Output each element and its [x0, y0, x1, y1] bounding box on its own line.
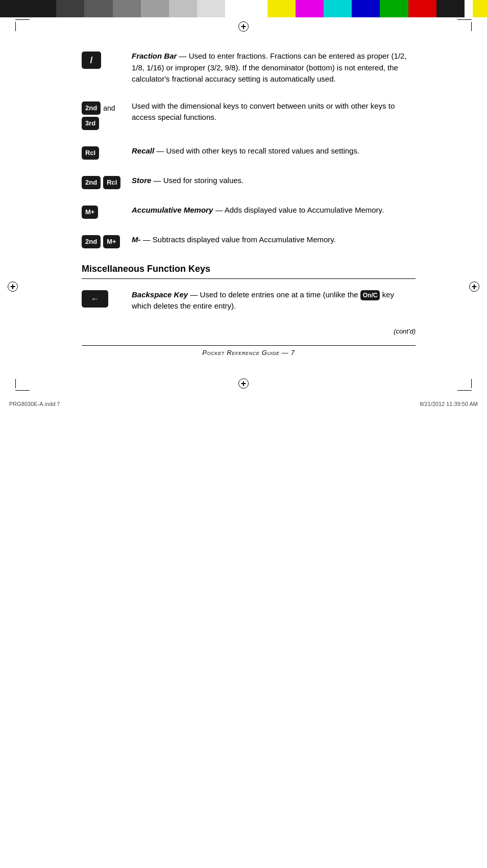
main-content: / Fraction Bar — Used to enter fractions… [26, 40, 461, 370]
desc-recall: Recall — Used with other keys to recall … [132, 145, 416, 157]
desc-accum: Accumulative Memory — Adds displayed val… [132, 205, 416, 216]
key-area-fraction: / [82, 50, 123, 69]
desc-mminus-title: M- [132, 235, 141, 244]
key-2nd[interactable]: 2nd [82, 101, 101, 115]
entry-recall: Rcl Recall — Used with other keys to rec… [82, 145, 416, 160]
color-bar [0, 0, 487, 17]
key-2nd-mminus[interactable]: 2nd [82, 235, 101, 248]
key-area-store: 2nd Rcl [82, 175, 123, 189]
key-mplus-mminus[interactable]: M+ [103, 235, 119, 248]
desc-mminus: M- — Subtracts displayed value from Accu… [132, 234, 416, 246]
crop-mark-top-right [457, 19, 472, 31]
desc-recall-title: Recall [132, 146, 154, 155]
section-divider [82, 278, 416, 279]
top-reg-mark: + [236, 19, 251, 34]
left-reg-area: + [0, 40, 26, 370]
key-area-mminus: 2nd M+ [82, 234, 123, 248]
right-reg-area: + [461, 40, 487, 370]
fraction-bar-key[interactable]: / [82, 52, 101, 69]
entry-2nd-3rd: 2nd and 3rd Used with the dimensional ke… [82, 100, 416, 130]
crop-mark-bottom-left [15, 379, 30, 391]
entry-fraction-bar: / Fraction Bar — Used to enter fractions… [82, 50, 416, 85]
desc-fraction-bar: Fraction Bar — Used to enter fractions. … [132, 50, 416, 85]
bottom-reg-mark: + [236, 376, 251, 391]
misc-section: Miscellaneous Function Keys ← Backspace … [82, 264, 416, 312]
key-rcl[interactable]: Rcl [82, 146, 99, 160]
desc-accum-title: Accumulative Memory [132, 206, 213, 214]
desc-store: Store — Used for storing values. [132, 175, 416, 187]
page-wrapper: + + / Fraction Bar — Used to enter [0, 0, 487, 410]
key-3rd[interactable]: 3rd [82, 117, 99, 130]
key-backspace[interactable]: ← [82, 290, 108, 308]
key-area-mplus: M+ [82, 205, 123, 219]
key-area-2nd-3rd: 2nd and 3rd [82, 100, 123, 130]
key-mplus[interactable]: M+ [82, 206, 98, 219]
footer: Pocket Reference Guide — 7 [82, 345, 416, 360]
misc-section-heading: Miscellaneous Function Keys [82, 264, 416, 274]
key-area-recall: Rcl [82, 145, 123, 160]
desc-fraction-bar-title: Fraction Bar [132, 52, 177, 60]
key-onc-inline[interactable]: On/C [360, 290, 380, 300]
file-timestamp: 8/21/2012 11:39:50 AM [420, 401, 478, 407]
desc-2nd-3rd: Used with the dimensional keys to conver… [132, 100, 416, 123]
file-info-bar: PRG8030E-A.indd 7 8/21/2012 11:39:50 AM [0, 398, 487, 410]
desc-store-title: Store [132, 176, 151, 185]
file-name: PRG8030E-A.indd 7 [9, 401, 60, 407]
entry-mminus: 2nd M+ M- — Subtracts displayed value fr… [82, 234, 416, 248]
entry-backspace: ← Backspace Key — Used to delete entries… [82, 289, 416, 312]
key-area-backspace: ← [82, 289, 123, 308]
cont-note: (cont'd) [82, 327, 416, 335]
crop-mark-bottom-right [457, 379, 472, 391]
and-text: and [103, 104, 115, 112]
key-2nd-store[interactable]: 2nd [82, 176, 101, 189]
key-rcl-store[interactable]: Rcl [103, 176, 120, 189]
entry-store: 2nd Rcl Store — Used for storing values. [82, 175, 416, 189]
entry-accum: M+ Accumulative Memory — Adds displayed … [82, 205, 416, 219]
desc-backspace-title: Backspace Key [132, 290, 188, 299]
desc-backspace: Backspace Key — Used to delete entries o… [132, 289, 416, 312]
crop-mark-top-left [15, 19, 30, 31]
